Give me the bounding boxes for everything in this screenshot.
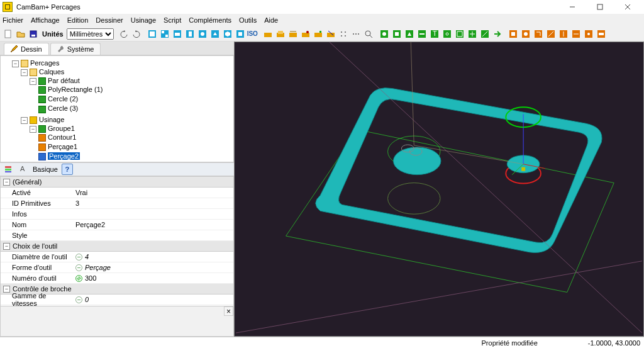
toggle-icon[interactable]: − [21, 69, 28, 76]
prop-val[interactable]: Vrai [73, 189, 233, 196]
tab-drawing[interactable]: Dessin [4, 43, 49, 55]
menu-draw[interactable]: Dessiner [96, 16, 123, 24]
shape-icon [38, 96, 46, 103]
close-help-icon[interactable]: × [224, 306, 233, 316]
prop-sort1-icon[interactable] [3, 164, 14, 175]
dots2-icon[interactable] [350, 28, 362, 40]
close-button[interactable] [614, 1, 641, 13]
tree-shape-1[interactable]: PolyRectangle (1) [48, 86, 103, 93]
out-1-icon[interactable] [508, 28, 519, 40]
dots1-icon[interactable] [338, 28, 349, 40]
out-8-icon[interactable] [596, 28, 607, 40]
tree-shape-3[interactable]: Cercle (3) [48, 104, 78, 112]
view-cube-icon[interactable] [235, 28, 246, 40]
undo-icon[interactable] [118, 28, 130, 40]
collapse-icon[interactable]: − [3, 243, 10, 250]
mop-2-icon[interactable] [391, 28, 402, 40]
out-7-icon[interactable] [583, 28, 594, 40]
toggle-icon[interactable]: − [12, 60, 19, 67]
prop-val[interactable]: 4 [73, 253, 233, 261]
prop-val[interactable]: Perçage [73, 264, 233, 271]
toggle-icon[interactable]: − [30, 126, 36, 133]
prop-key: Style [1, 232, 73, 239]
layer-e-icon[interactable] [313, 28, 324, 40]
view-grid2-icon[interactable] [159, 28, 170, 40]
layer-c-icon[interactable] [287, 28, 299, 40]
menu-tools[interactable]: Outils [239, 16, 257, 24]
reset-icon[interactable] [75, 254, 82, 261]
property-help-button[interactable]: ? [62, 164, 73, 175]
tree-view[interactable]: −Percages −Calques −Par défaut PolyRecta… [0, 55, 234, 162]
view-3d-icon[interactable] [209, 28, 221, 40]
save-file-icon[interactable] [28, 28, 39, 40]
view-side-icon[interactable] [184, 28, 196, 40]
mop-arrow-icon[interactable] [492, 28, 503, 40]
property-mode[interactable]: Basique [33, 166, 58, 173]
prop-sort2-icon[interactable]: A [18, 164, 29, 175]
view-iso-icon[interactable] [222, 28, 233, 40]
reset-icon[interactable] [75, 275, 82, 282]
layer-d-icon[interactable] [300, 28, 311, 40]
tree-shape-2[interactable]: Cercle (2) [48, 95, 78, 103]
prop-cat-general[interactable]: −(Général) [1, 177, 233, 188]
layer-b-icon[interactable] [275, 28, 286, 40]
out-2-icon[interactable] [520, 28, 531, 40]
out-6-icon[interactable] [570, 28, 582, 40]
layer-f-icon[interactable] [325, 28, 336, 40]
view-top-icon[interactable] [197, 28, 208, 40]
menu-script[interactable]: Script [164, 16, 181, 24]
mop-4-icon[interactable] [416, 28, 428, 40]
tree-group[interactable]: Groupe1 [48, 125, 75, 132]
mop-icon [38, 153, 46, 160]
out-5-icon[interactable] [558, 28, 569, 40]
mop-9-icon[interactable] [479, 28, 491, 40]
mop-5-icon[interactable]: T [429, 28, 440, 40]
prop-val[interactable]: 3 [73, 199, 233, 207]
prop-val[interactable]: 300 [73, 274, 233, 282]
3d-viewport[interactable] [234, 42, 644, 337]
view-grid1-icon[interactable] [147, 28, 158, 40]
svg-rect-21 [238, 32, 242, 36]
view-front-icon[interactable] [172, 28, 183, 40]
maximize-button[interactable] [586, 1, 614, 13]
tree-op-3[interactable]: Perçage2 [48, 152, 80, 160]
redo-icon[interactable] [131, 28, 142, 40]
menu-edit[interactable]: Edition [67, 16, 89, 24]
tree-layer-default[interactable]: Par défaut [48, 77, 80, 84]
mop-8-icon[interactable] [467, 28, 478, 40]
tree-op-1[interactable]: Contour1 [48, 133, 76, 141]
collapse-icon[interactable]: − [3, 179, 10, 186]
tab-system[interactable]: Système [50, 43, 101, 55]
prop-val[interactable]: 0 [73, 296, 233, 303]
open-file-icon[interactable] [15, 28, 26, 40]
svg-rect-60 [535, 30, 542, 38]
prop-val[interactable]: Perçage2 [73, 221, 233, 228]
menu-view[interactable]: Affichage [31, 16, 60, 24]
tree-machining[interactable]: Usinage [39, 116, 64, 123]
layer-a-icon[interactable] [262, 28, 274, 40]
out-3-icon[interactable] [533, 28, 544, 40]
collapse-icon[interactable]: − [3, 286, 10, 293]
out-4-icon[interactable] [545, 28, 557, 40]
mop-3-icon[interactable] [404, 28, 415, 40]
new-file-icon[interactable] [3, 28, 14, 40]
mop-6-icon[interactable] [441, 28, 453, 40]
prop-cat-tool[interactable]: −Choix de l'outil [1, 241, 233, 252]
zoom-icon[interactable] [363, 28, 374, 40]
mop-1-icon[interactable] [379, 28, 390, 40]
menu-machining[interactable]: Usinage [131, 16, 156, 24]
iso-label[interactable]: ISO [247, 30, 258, 37]
property-grid[interactable]: −(Général) ActivéVrai ID Primitives3 Inf… [0, 176, 234, 306]
mop-7-icon[interactable] [454, 28, 465, 40]
menu-file[interactable]: Fichier [3, 16, 23, 24]
menu-addons[interactable]: Compléments [189, 16, 231, 24]
toggle-icon[interactable]: − [30, 78, 36, 85]
reset-icon[interactable] [75, 296, 82, 303]
units-dropdown[interactable]: Millimètres [67, 28, 114, 40]
tree-root[interactable]: Percages [30, 59, 59, 67]
minimize-button[interactable] [558, 1, 586, 13]
tree-op-2[interactable]: Perçage1 [48, 143, 77, 150]
reset-icon[interactable] [75, 264, 82, 271]
menu-help[interactable]: Aide [264, 16, 278, 24]
toggle-icon[interactable]: − [21, 117, 28, 124]
